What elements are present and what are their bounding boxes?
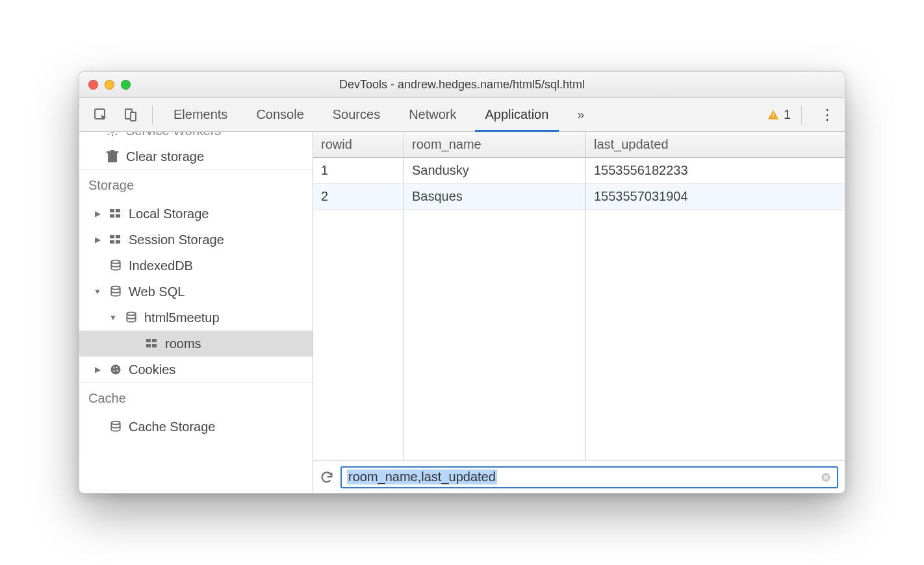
sidebar-item-label: IndexedDB [129, 258, 193, 273]
refresh-icon[interactable] [320, 470, 334, 484]
sidebar-item-local-storage[interactable]: ▶ Local Storage [79, 201, 313, 227]
query-input-value: room_name,last_updated [347, 470, 497, 484]
svg-point-5 [111, 132, 114, 132]
table-row[interactable]: 1 Sandusky 1553556182233 [313, 158, 845, 184]
application-sidebar: Service Workers Clear storage Storage ▶ … [79, 132, 313, 493]
sidebar-item-web-sql[interactable]: ▼ Web SQL [79, 279, 313, 305]
caret-right-icon: ▶ [92, 365, 103, 374]
column-divider [404, 158, 404, 459]
tab-sources[interactable]: Sources [322, 98, 391, 132]
svg-rect-3 [773, 113, 774, 116]
cell-room-name: Basques [404, 184, 586, 209]
svg-rect-8 [110, 150, 114, 151]
tab-application[interactable]: Application [475, 98, 559, 132]
cell-rowid: 2 [313, 184, 404, 209]
column-header-last-updated[interactable]: last_updated [586, 132, 845, 157]
sidebar-item-websql-database[interactable]: ▼ html5meetup [79, 305, 313, 331]
database-icon [108, 420, 123, 433]
sidebar-item-label: Service Workers [126, 132, 221, 138]
zoom-window-button[interactable] [121, 80, 131, 90]
minimize-window-button[interactable] [105, 80, 114, 90]
toolbar-divider [152, 105, 153, 125]
kebab-menu-icon[interactable]: ⋮ [820, 107, 834, 123]
storage-grid-icon [108, 209, 123, 218]
sidebar-item-session-storage[interactable]: ▶ Session Storage [79, 227, 313, 253]
caret-right-icon: ▶ [92, 209, 103, 218]
warning-count: 1 [784, 107, 791, 122]
data-table: rowid room_name last_updated 1 Sandusky … [313, 132, 845, 460]
sidebar-item-clear-storage[interactable]: Clear storage [79, 144, 313, 170]
sidebar-item-label: Session Storage [129, 232, 224, 247]
database-icon [123, 311, 139, 324]
query-bar: room_name,last_updated [313, 460, 845, 493]
svg-rect-6 [108, 153, 117, 162]
svg-point-17 [111, 421, 120, 425]
main-body: Service Workers Clear storage Storage ▶ … [79, 132, 845, 493]
svg-point-13 [113, 367, 114, 368]
traffic-lights [88, 80, 131, 90]
sidebar-section-storage: Storage [79, 170, 313, 201]
svg-point-11 [127, 312, 135, 316]
table-row[interactable]: 2 Basques 1553557031904 [313, 184, 845, 210]
warning-icon [767, 108, 780, 121]
sidebar-item-label: html5meetup [144, 310, 220, 325]
sidebar-item-service-workers[interactable]: Service Workers [79, 132, 313, 144]
column-divider [585, 158, 586, 459]
database-icon [108, 259, 123, 272]
devtools-toolbar: Elements Console Sources Network Applica… [79, 98, 845, 132]
titlebar: DevTools - andrew.hedges.name/html5/sql.… [79, 72, 845, 98]
sidebar-item-cookies[interactable]: ▶ Cookies [79, 357, 313, 383]
svg-point-10 [111, 286, 120, 290]
caret-right-icon: ▶ [92, 235, 103, 244]
cell-last-updated: 1553556182233 [586, 158, 845, 183]
sidebar-item-label: Local Storage [129, 207, 209, 221]
sidebar-item-label: rooms [165, 336, 201, 351]
cell-rowid: 1 [313, 158, 404, 183]
svg-point-14 [116, 367, 118, 368]
cell-last-updated: 1553557031904 [586, 184, 845, 209]
tab-elements[interactable]: Elements [163, 98, 238, 132]
sidebar-item-label: Clear storage [126, 149, 204, 164]
cell-room-name: Sandusky [404, 158, 586, 183]
toolbar-divider [801, 105, 802, 125]
clear-input-icon[interactable] [820, 471, 832, 483]
caret-down-icon: ▼ [108, 313, 118, 322]
devtools-window: DevTools - andrew.hedges.name/html5/sql.… [79, 71, 845, 494]
window-title: DevTools - andrew.hedges.name/html5/sql.… [79, 78, 845, 92]
storage-grid-icon [108, 235, 123, 244]
caret-down-icon: ▼ [92, 287, 103, 296]
column-header-rowid[interactable]: rowid [313, 132, 404, 157]
trash-icon [105, 150, 120, 163]
svg-rect-7 [107, 151, 118, 153]
table-header: rowid room_name last_updated [313, 132, 845, 158]
gear-icon [105, 132, 120, 137]
svg-rect-2 [131, 112, 136, 121]
sidebar-section-cache: Cache [79, 383, 313, 414]
sidebar-item-label: Cache Storage [129, 420, 215, 434]
close-window-button[interactable] [88, 80, 98, 90]
svg-point-12 [111, 365, 121, 375]
table-body: 1 Sandusky 1553556182233 2 Basques 15535… [313, 158, 845, 459]
svg-point-16 [113, 370, 114, 371]
sidebar-item-cache-storage[interactable]: Cache Storage [79, 414, 313, 440]
content-pane: rowid room_name last_updated 1 Sandusky … [313, 132, 845, 493]
tab-console[interactable]: Console [246, 98, 314, 132]
sidebar-item-indexeddb[interactable]: IndexedDB [79, 253, 313, 279]
tab-network[interactable]: Network [398, 98, 467, 132]
query-input[interactable]: room_name,last_updated [340, 466, 838, 488]
sidebar-item-label: Cookies [129, 362, 175, 377]
storage-grid-icon [144, 339, 160, 348]
cookie-icon [108, 363, 123, 376]
column-header-room-name[interactable]: room_name [404, 132, 586, 157]
sidebar-item-websql-table-rooms[interactable]: rooms [79, 331, 313, 357]
svg-point-15 [116, 370, 118, 371]
device-toggle-icon[interactable] [120, 104, 142, 126]
database-icon [108, 285, 123, 298]
more-tabs-button[interactable]: » [567, 98, 595, 132]
svg-rect-4 [773, 116, 774, 118]
inspect-element-icon[interactable] [90, 104, 112, 126]
svg-point-9 [111, 260, 120, 264]
sidebar-item-label: Web SQL [129, 284, 185, 299]
warning-count-badge[interactable]: 1 [767, 107, 791, 122]
